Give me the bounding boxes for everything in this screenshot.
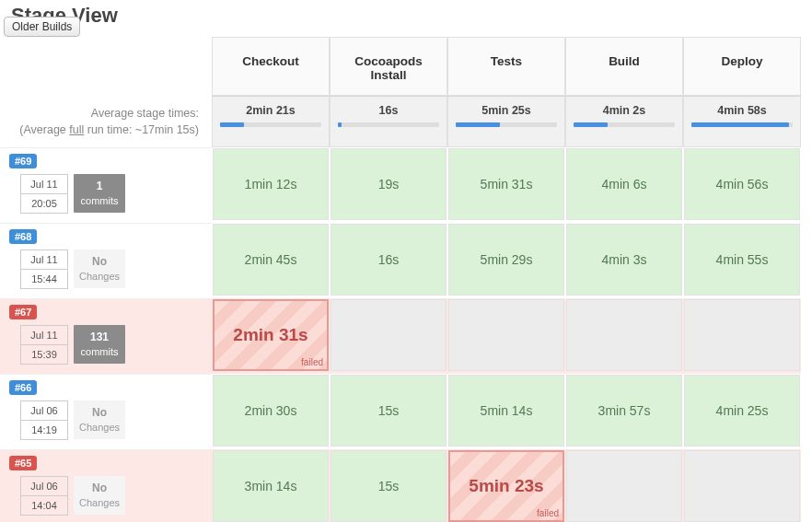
stage-cell[interactable]: 2min 30s bbox=[213, 375, 329, 447]
build-commits[interactable]: 131commits bbox=[74, 325, 125, 364]
stage-cell[interactable]: 3min 14s bbox=[213, 450, 329, 522]
stage-cell[interactable] bbox=[448, 299, 564, 371]
build-date: Jul 0614:04 bbox=[20, 476, 68, 516]
build-commits[interactable]: 1commits bbox=[74, 174, 125, 213]
build-badge: #65 bbox=[9, 456, 37, 470]
build-row-header[interactable]: #67Jul 1115:39131commits bbox=[0, 298, 212, 374]
stage-header: Cocoapods Install bbox=[330, 37, 447, 96]
build-date: Jul 1115:44 bbox=[20, 249, 68, 289]
average-cell: 2min 21s bbox=[212, 96, 330, 147]
stage-cell[interactable]: 2min 45s bbox=[213, 224, 329, 296]
page-title: Stage View bbox=[0, 0, 812, 28]
build-date: Jul 0614:19 bbox=[20, 400, 68, 440]
stage-cell[interactable]: 16s bbox=[331, 224, 447, 296]
stage-header: Checkout bbox=[212, 37, 330, 96]
stage-cell[interactable]: 5min 31s bbox=[448, 148, 564, 220]
stage-cell[interactable] bbox=[684, 299, 800, 371]
stage-cell[interactable]: 15s bbox=[331, 450, 447, 522]
stage-grid: CheckoutCocoapods InstallTestsBuildDeplo… bbox=[0, 37, 812, 522]
build-date: Jul 1115:39 bbox=[20, 325, 68, 365]
stage-cell[interactable]: 1min 12s bbox=[213, 148, 329, 220]
build-badge: #66 bbox=[9, 380, 37, 395]
average-cell: 5min 25s bbox=[447, 96, 565, 147]
stage-cell[interactable]: 19s bbox=[331, 148, 447, 220]
stage-cell[interactable]: 5min 14s bbox=[448, 375, 564, 447]
stage-header: Build bbox=[565, 37, 683, 96]
build-row-header[interactable]: #66Jul 0614:19NoChanges bbox=[0, 374, 212, 449]
stage-header: Tests bbox=[447, 37, 565, 96]
stage-cell[interactable]: 15s bbox=[331, 375, 447, 447]
average-cell: 4min 2s bbox=[565, 96, 683, 147]
stage-cell[interactable] bbox=[684, 450, 800, 522]
stage-cell[interactable]: 4min 56s bbox=[684, 148, 800, 220]
build-commits[interactable]: NoChanges bbox=[74, 249, 125, 288]
build-commits[interactable]: NoChanges bbox=[74, 476, 125, 515]
average-label: Average stage times:(Average full run ti… bbox=[0, 96, 212, 147]
build-badge: #67 bbox=[9, 305, 37, 319]
build-row-header[interactable]: #65Jul 0614:04NoChanges bbox=[0, 449, 212, 522]
failed-label: failed bbox=[301, 357, 323, 367]
average-cell: 16s bbox=[330, 96, 447, 147]
stage-cell[interactable]: 4min 55s bbox=[684, 224, 800, 296]
build-row-header[interactable]: #69Jul 1120:051commits bbox=[0, 147, 212, 223]
build-row-header[interactable]: #68Jul 1115:44NoChanges bbox=[0, 223, 212, 298]
stage-cell[interactable]: 5min 23sfailed bbox=[448, 450, 564, 522]
stage-cell[interactable] bbox=[566, 299, 682, 371]
stage-cell[interactable]: 5min 29s bbox=[448, 224, 564, 296]
stage-cell[interactable]: 4min 6s bbox=[566, 148, 682, 220]
stage-cell[interactable] bbox=[331, 299, 447, 371]
build-badge: #69 bbox=[9, 154, 37, 168]
older-builds-button[interactable]: Older Builds bbox=[4, 17, 80, 37]
build-date: Jul 1120:05 bbox=[20, 174, 68, 214]
stage-header: Deploy bbox=[683, 37, 801, 96]
stage-cell[interactable] bbox=[566, 450, 682, 522]
stage-cell[interactable]: 4min 3s bbox=[566, 224, 682, 296]
stage-cell[interactable]: 4min 25s bbox=[684, 375, 800, 447]
average-cell: 4min 58s bbox=[683, 96, 801, 147]
build-badge: #68 bbox=[9, 229, 37, 244]
stage-cell[interactable]: 3min 57s bbox=[566, 375, 682, 447]
failed-label: failed bbox=[537, 508, 559, 518]
stage-cell[interactable]: 2min 31sfailed bbox=[213, 299, 329, 371]
build-commits[interactable]: NoChanges bbox=[74, 400, 125, 439]
